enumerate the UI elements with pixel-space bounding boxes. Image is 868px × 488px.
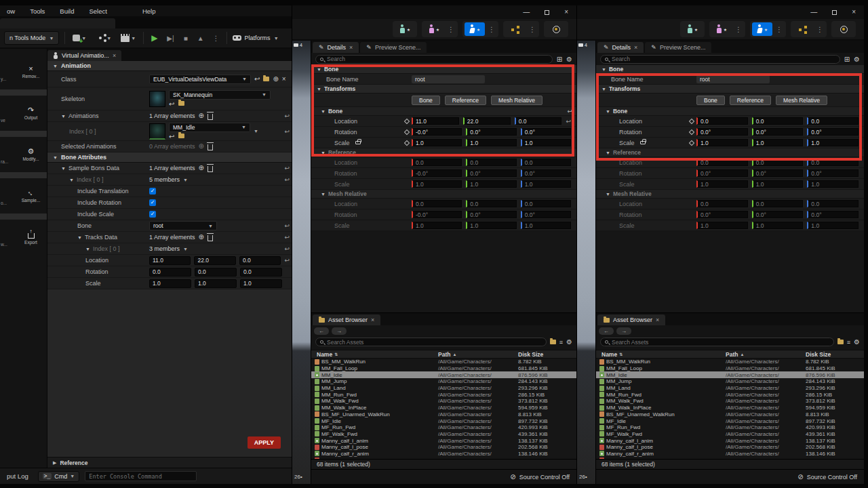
column-name[interactable]: Name⇅ <box>596 351 726 358</box>
animation-asset-button[interactable]: ★ <box>465 22 485 36</box>
tab-asset-browser[interactable]: Asset Browser × <box>597 314 665 325</box>
filter-icon[interactable]: ≡ <box>847 339 850 346</box>
asset-row[interactable]: MM_Walk_InPlace/All/Game/Characters/594.… <box>311 405 576 411</box>
use-selected-icon[interactable]: ↩ <box>169 134 174 140</box>
gear-icon[interactable]: ⚙ <box>566 338 572 346</box>
clear-icon[interactable]: × <box>282 76 286 83</box>
rotation-z-input[interactable]: 0.0 <box>240 268 282 277</box>
browse-icon[interactable] <box>263 77 269 81</box>
asset-row[interactable]: MM_Walk_InPlace/All/Game/Characters/594.… <box>596 405 864 411</box>
mesh-asset-button[interactable]: ★ <box>424 22 444 36</box>
reset-icon[interactable]: ↩ <box>284 257 290 264</box>
back-button[interactable]: ← <box>314 327 329 335</box>
tool-button-truncated[interactable]: w... <box>0 224 15 251</box>
section-bone[interactable]: ▼Bone <box>311 65 576 74</box>
rotation-y-input[interactable]: 0.0° <box>752 128 804 136</box>
bone-name-field[interactable]: root <box>412 75 485 83</box>
group-header-mesh-relative[interactable]: ▼Mesh Relative <box>311 190 576 199</box>
close-icon[interactable]: × <box>656 317 659 323</box>
tab-preview-scene[interactable]: ✎ Preview Scene... <box>645 42 711 53</box>
location-y-input[interactable]: 0.0 <box>752 117 804 125</box>
chevron-down-icon[interactable]: ▼ <box>183 247 188 251</box>
filter-icon[interactable]: ≡ <box>559 339 563 346</box>
rotation-x-input[interactable]: 0.0 <box>149 268 191 277</box>
asset-row[interactable]: MF_Walk_Fwd/All/Game/Characters/439.361 … <box>596 431 864 438</box>
bone-dropdown[interactable]: root▼ <box>149 221 217 230</box>
cmd-dropdown[interactable]: >_ Cmd▼ <box>38 471 80 482</box>
section-transforms[interactable]: ▼Transforms <box>596 85 864 94</box>
cinematics-button[interactable]: ▼ <box>119 34 138 42</box>
close-icon[interactable]: × <box>371 317 374 323</box>
viewport-sliver[interactable]: 4 26• <box>292 41 311 484</box>
location-z-input[interactable]: 0.0 <box>807 117 859 125</box>
animation-thumbnail[interactable] <box>149 123 165 140</box>
asset-row[interactable]: BS_MF_Unarmed_WalkRun/All/Game/Character… <box>596 411 864 418</box>
asset-row[interactable]: MM_Jump/All/Game/Characters/284.143 KiB <box>311 378 576 385</box>
gear-icon[interactable]: ⚙ <box>854 338 860 346</box>
checkbox-checked[interactable]: ✓ <box>149 199 156 206</box>
blueprints-button[interactable]: ▼ <box>94 36 113 41</box>
chevron-down-icon[interactable]: ▼ <box>183 178 188 182</box>
rotation-z-input[interactable]: 0.0° <box>521 128 571 136</box>
tab-details[interactable]: ✎ Details × <box>313 42 359 53</box>
rotation-y-input[interactable]: 0.0 <box>195 268 237 277</box>
menu-build[interactable]: Build <box>60 7 74 15</box>
gear-icon[interactable]: ⚙ <box>566 56 572 63</box>
asset-row[interactable]: Manny_calf_l_pose/All/Game/Characters/20… <box>596 444 864 451</box>
eject-button[interactable]: ▲ <box>195 35 206 42</box>
location-x-input[interactable]: 0.0 <box>696 117 748 125</box>
platforms-dropdown[interactable]: Platforms▼ <box>233 35 279 41</box>
reset-icon[interactable]: ↩ <box>284 113 290 119</box>
section-transforms[interactable]: ▼Transforms <box>311 85 576 94</box>
asset-row[interactable]: Manny_calf_r_anim/All/Game/Characters/13… <box>311 451 576 458</box>
skeleton-asset-button[interactable]: ★ <box>682 22 703 36</box>
maximize-button[interactable] <box>832 10 837 15</box>
asset-row[interactable]: MM_Run_Fwd/All/Game/Characters/286.15 Ki… <box>311 391 576 398</box>
trash-icon[interactable] <box>208 166 213 172</box>
animation-asset-button[interactable]: ★ <box>752 22 772 36</box>
asset-row[interactable]: Manny_calf_r_anim/All/Game/Characters/13… <box>596 451 864 458</box>
asset-row[interactable]: MF_Run_Fwd/All/Game/Characters/420.993 K… <box>596 424 864 431</box>
tool-button-modify[interactable]: ⚙Modify... <box>15 141 47 168</box>
location-y-input[interactable]: 22.0 <box>194 256 235 265</box>
add-circle-icon[interactable]: ⊕ <box>199 143 204 150</box>
group-header-reference[interactable]: ▼Reference <box>596 148 864 157</box>
forward-button[interactable]: → <box>332 327 347 335</box>
tool-button-truncated[interactable]: ra... <box>0 141 15 168</box>
column-path[interactable]: Path▲ <box>438 351 518 358</box>
gear-icon[interactable]: ⚙ <box>854 56 860 63</box>
search-input[interactable] <box>327 56 548 62</box>
column-disk-size[interactable]: Disk Size <box>806 351 864 358</box>
add-actor-button[interactable]: ▼ <box>71 35 88 41</box>
close-icon[interactable]: × <box>634 44 637 51</box>
space-button-reference[interactable]: Reference <box>730 96 771 105</box>
scale-y-input[interactable]: 1.0 <box>752 139 804 146</box>
asset-row[interactable]: Manny_calf_l_anim/All/Game/Characters/13… <box>596 437 864 444</box>
checkbox-checked[interactable]: ✓ <box>149 188 156 195</box>
space-button-reference[interactable]: Reference <box>445 96 486 105</box>
asset-row[interactable]: MM_Land/All/Game/Characters/293.296 KiB <box>596 385 864 392</box>
viewport-sliver[interactable]: 4 26• <box>577 41 596 484</box>
asset-row[interactable]: MM_Fall_Loop/All/Game/Characters/681.845… <box>311 365 576 372</box>
rotation-x-input[interactable]: 0.0° <box>696 128 748 136</box>
add-circle-icon[interactable]: ⊕ <box>273 76 278 83</box>
mesh-options-kebab-icon[interactable]: ⋮ <box>734 26 743 33</box>
anim-blueprint-button[interactable] <box>793 22 813 36</box>
forward-button[interactable]: → <box>616 327 631 335</box>
asset-row[interactable]: MF_Run_Fwd/All/Game/Characters/420.993 K… <box>311 424 576 431</box>
key-icon[interactable] <box>689 118 694 123</box>
tab-asset-browser[interactable]: Asset Browser × <box>313 314 380 325</box>
column-path[interactable]: Path▲ <box>726 351 806 358</box>
reset-icon[interactable]: ↩ <box>284 234 290 241</box>
browse-icon[interactable] <box>178 134 184 138</box>
tool-button-truncated[interactable]: o... <box>0 182 15 209</box>
back-button[interactable]: ← <box>599 327 614 335</box>
reset-icon[interactable]: ↩ <box>284 176 290 183</box>
scale-z-input[interactable]: 1.0 <box>240 279 282 288</box>
level-tab[interactable] <box>0 18 115 28</box>
reset-icon[interactable]: ↩ <box>567 108 572 115</box>
output-log-button[interactable]: put Log <box>3 472 33 480</box>
physics-asset-button[interactable] <box>833 22 854 36</box>
reference-footer[interactable]: ▶Reference <box>47 457 293 468</box>
asset-row[interactable]: Manny_calf_l_anim/All/Game/Characters/13… <box>311 437 576 444</box>
